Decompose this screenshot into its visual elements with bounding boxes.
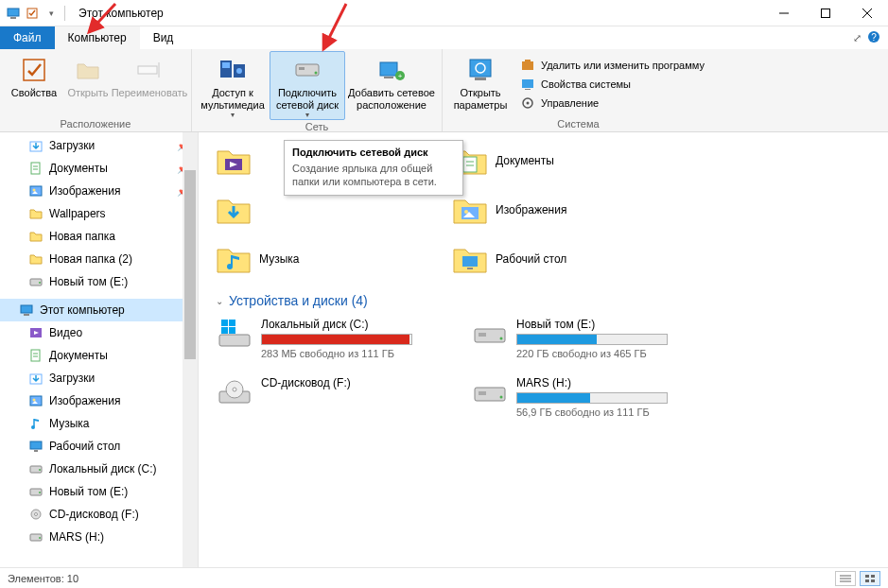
navitem[interactable]: Загрузки (0, 367, 198, 389)
svg-point-57 (39, 492, 41, 493)
capacity-bar (516, 392, 668, 404)
title-bar: ▾ Этот компьютер (0, 0, 888, 26)
navitem-label: Новый том (E:) (49, 275, 128, 288)
open-button: Открыть (64, 51, 112, 117)
minimize-button[interactable] (763, 0, 805, 26)
svg-rect-29 (525, 60, 531, 61)
navitem[interactable]: Wallpapers (0, 202, 198, 225)
navitem[interactable]: Рабочий стол (0, 435, 198, 458)
manage-icon (520, 95, 535, 111)
network-drive-icon (292, 55, 322, 85)
navitem[interactable]: Музыка (0, 412, 198, 435)
navitem-this-pc[interactable]: Этот компьютер (0, 299, 198, 321)
media-access-button[interactable]: Доступ к мультимедиа ▾ (196, 51, 270, 120)
group-label-system: Система (446, 117, 710, 131)
navitem[interactable]: Изображения (0, 389, 198, 412)
drive-item[interactable]: MARS (H:)56,9 ГБ свободно из 111 ГБ (471, 372, 698, 427)
navitem[interactable]: Новая папка (2) (0, 248, 198, 270)
navitem[interactable]: Новый том (E:) (0, 270, 198, 293)
library-folder[interactable]: Изображения (452, 185, 670, 234)
svg-rect-11 (24, 60, 44, 80)
help-icon[interactable]: ? (867, 30, 880, 46)
svg-rect-63 (463, 157, 477, 172)
svg-rect-38 (30, 186, 42, 196)
navitem[interactable]: Изображения📌 (0, 180, 198, 202)
drive-item[interactable]: Новый том (E:)220 ГБ свободно из 465 ГБ (471, 314, 698, 369)
download-icon (28, 371, 44, 386)
svg-point-50 (33, 399, 36, 402)
navitem[interactable]: Новый том (E:) (0, 480, 198, 503)
manage-button[interactable]: Управление (514, 94, 710, 112)
map-network-drive-button[interactable]: Подключить сетевой диск ▾ (270, 51, 345, 120)
properties-label: Свойства (11, 87, 57, 99)
open-icon (73, 55, 103, 85)
capacity-bar (261, 334, 412, 345)
map-drive-label: Подключить сетевой диск (271, 87, 343, 111)
annotation-arrow-map-drive (316, 0, 354, 57)
svg-rect-49 (30, 396, 42, 406)
properties-qat-icon[interactable] (25, 6, 40, 21)
library-folder[interactable]: Рабочий стол (452, 234, 670, 284)
library-folder[interactable]: Музыка (216, 234, 433, 284)
navitem[interactable]: Документы📌 (0, 157, 198, 180)
navitem[interactable]: Видео (0, 321, 198, 344)
svg-rect-90 (865, 579, 869, 582)
annotation-arrow-file (83, 0, 121, 43)
navigation-pane[interactable]: Загрузки📌Документы📌Изображения📌Wallpaper… (0, 132, 199, 567)
navitem[interactable]: CD-дисковод (F:) (0, 503, 198, 526)
ribbon-collapse-icon[interactable]: ⤢ (853, 32, 862, 44)
content-pane: ДокументыИзображенияМузыкаРабочий стол ⌄… (199, 132, 888, 567)
navitem[interactable]: Локальный диск (C:) (0, 458, 198, 480)
desktop-folder-icon (452, 241, 488, 277)
svg-rect-25 (470, 60, 491, 77)
media-icon (218, 55, 248, 85)
section-header-drives[interactable]: ⌄ Устройства и диски (4) (216, 289, 880, 314)
svg-rect-70 (467, 268, 473, 269)
navitem[interactable]: Документы (0, 344, 198, 367)
navitem-label: Загрузки (49, 372, 95, 385)
open-settings-button[interactable]: Открыть параметры (446, 51, 514, 117)
system-properties-button[interactable]: Свойства системы (514, 75, 710, 94)
download-folder-icon (216, 192, 252, 228)
svg-rect-35 (31, 163, 40, 174)
properties-button[interactable]: Свойства (4, 51, 64, 117)
drive-item[interactable]: Локальный диск (C:)283 МБ свободно из 11… (216, 314, 443, 369)
computer-icon (19, 303, 34, 318)
navitem[interactable]: Новая папка (0, 225, 198, 248)
scrollbar-thumb[interactable] (184, 170, 196, 359)
video-folder-icon (216, 143, 252, 179)
drive-icon (28, 529, 44, 545)
tab-file[interactable]: Файл (0, 26, 55, 49)
drive-item[interactable]: CD-дисковод (F:) (216, 372, 443, 427)
navitem-label: Документы (49, 162, 108, 175)
chevron-down-icon: ▾ (305, 111, 309, 119)
navitem[interactable]: MARS (H:) (0, 526, 198, 548)
navitem-label: Wallpapers (49, 207, 106, 220)
folder-icon (28, 251, 44, 267)
navitem[interactable]: Загрузки📌 (0, 134, 198, 157)
chevron-down-icon[interactable]: ▾ (44, 6, 59, 21)
svg-rect-19 (299, 67, 305, 70)
add-network-location-button[interactable]: + Добавить сетевое расположение (345, 51, 438, 120)
music-icon (28, 416, 44, 431)
svg-rect-22 (384, 77, 393, 78)
music-folder-icon (216, 241, 252, 277)
view-details-button[interactable] (835, 571, 856, 586)
uninstall-program-button[interactable]: Удалить или изменить программу (514, 56, 710, 75)
svg-rect-53 (34, 450, 38, 452)
nav-scrollbar[interactable] (183, 132, 198, 567)
library-folder[interactable]: Документы (452, 136, 670, 185)
svg-rect-21 (380, 62, 397, 76)
tab-view[interactable]: Вид (140, 26, 187, 49)
svg-rect-88 (865, 575, 869, 578)
view-icons-button[interactable] (860, 571, 880, 586)
maximize-button[interactable] (805, 0, 846, 26)
svg-rect-89 (871, 575, 875, 578)
svg-text:?: ? (871, 32, 877, 43)
document-icon (28, 348, 44, 363)
navitem-label: Локальный диск (C:) (49, 462, 157, 476)
svg-line-0 (89, 4, 115, 32)
rename-label: Переименовать (112, 87, 188, 99)
svg-rect-31 (525, 89, 531, 90)
close-button[interactable] (846, 0, 888, 26)
